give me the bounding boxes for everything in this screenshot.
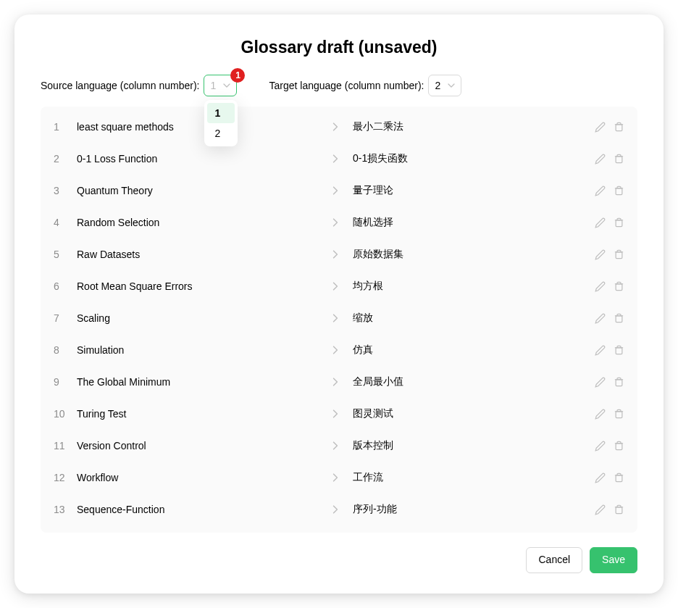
row-actions [594,153,624,165]
row-number: 9 [54,376,77,388]
source-term: Simulation [77,344,324,356]
dropdown-option-2[interactable]: 2 [207,123,235,143]
chevron-right-icon [324,505,347,514]
row-number: 8 [54,344,77,356]
edit-icon[interactable] [594,153,606,165]
row-number: 4 [54,217,77,228]
modal-footer: Cancel Save [41,547,637,573]
edit-icon[interactable] [594,408,606,420]
row-number: 11 [54,440,77,451]
target-term: 最小二乘法 [347,120,594,133]
chevron-down-icon [223,82,230,89]
source-language-group: Source language (column number): 1 1 1 2 [41,75,237,96]
table-row: 10 Turing Test 图灵测试 [51,398,627,430]
chevron-down-icon [448,82,455,89]
target-term: 0-1损失函数 [347,152,594,165]
source-language-value: 1 [210,80,216,91]
row-actions [594,121,624,133]
row-number: 13 [54,504,77,515]
svg-rect-0 [616,124,622,130]
chevron-right-icon [324,378,347,386]
row-actions [594,312,624,324]
edit-icon[interactable] [594,344,606,356]
delete-icon[interactable] [613,408,624,420]
edit-icon[interactable] [594,440,606,451]
source-term: Turing Test [77,408,324,420]
delete-icon[interactable] [613,504,624,515]
delete-icon[interactable] [613,249,624,260]
table-row: 6 Root Mean Square Errors 均方根 [51,270,627,302]
delete-icon[interactable] [613,280,624,292]
delete-icon[interactable] [613,312,624,324]
chevron-right-icon [324,154,347,163]
source-term: Sequence-Function [77,504,324,515]
chevron-right-icon [324,122,347,131]
target-term: 量子理论 [347,184,594,197]
edit-icon[interactable] [594,504,606,515]
svg-rect-8 [616,379,622,386]
target-term: 工作流 [347,471,594,484]
row-number: 1 [54,121,77,133]
edit-icon[interactable] [594,472,606,483]
chevron-right-icon [324,186,347,195]
source-language-dropdown: 1 2 [204,100,238,146]
edit-icon[interactable] [594,185,606,196]
dropdown-option-1[interactable]: 1 [207,103,235,123]
row-number: 10 [54,408,77,420]
edit-icon[interactable] [594,249,606,260]
target-term: 原始数据集 [347,248,594,261]
row-number: 5 [54,249,77,260]
source-term: Scaling [77,312,324,324]
target-language-select[interactable]: 2 [428,75,461,96]
source-term: The Global Minimum [77,376,324,388]
svg-rect-9 [616,411,622,417]
source-term: Raw Datasets [77,249,324,260]
page-title: Glossary draft (unsaved) [41,38,637,57]
table-row: 11 Version Control 版本控制 [51,430,627,462]
chevron-right-icon [324,250,347,259]
edit-icon[interactable] [594,217,606,228]
cancel-button[interactable]: Cancel [526,547,582,573]
table-row: 12 Workflow 工作流 [51,462,627,494]
edit-icon[interactable] [594,376,606,388]
svg-rect-4 [616,251,622,258]
save-button[interactable]: Save [590,547,637,573]
svg-rect-3 [616,220,622,226]
delete-icon[interactable] [613,217,624,228]
target-term: 缩放 [347,312,594,325]
target-language-group: Target language (column number): 2 [269,75,461,96]
edit-icon[interactable] [594,121,606,133]
delete-icon[interactable] [613,121,624,133]
target-term: 随机选择 [347,216,594,229]
svg-rect-1 [616,156,622,162]
delete-icon[interactable] [613,344,624,356]
edit-icon[interactable] [594,280,606,292]
delete-icon[interactable] [613,376,624,388]
row-actions [594,504,624,515]
delete-icon[interactable] [613,153,624,165]
delete-icon[interactable] [613,472,624,483]
chevron-right-icon [324,346,347,354]
table-row: 2 0-1 Loss Function 0-1损失函数 [51,143,627,175]
target-language-value: 2 [435,80,440,91]
row-number: 2 [54,153,77,165]
delete-icon[interactable] [613,185,624,196]
row-actions [594,280,624,292]
delete-icon[interactable] [613,440,624,451]
table-row: 5 Raw Datasets 原始数据集 [51,238,627,270]
source-language-select[interactable]: 1 1 1 2 [204,75,237,96]
table-row: 13 Sequence-Function 序列-功能 [51,494,627,525]
row-actions [594,376,624,388]
row-number: 12 [54,472,77,483]
row-actions [594,217,624,228]
source-term: least square methods [77,121,324,133]
chevron-right-icon [324,409,347,418]
source-term: Quantum Theory [77,185,324,196]
row-actions [594,249,624,260]
edit-icon[interactable] [594,312,606,324]
svg-rect-7 [616,347,622,354]
target-term: 序列-功能 [347,503,594,516]
chevron-right-icon [324,441,347,450]
source-term: Version Control [77,440,324,451]
row-actions [594,472,624,483]
